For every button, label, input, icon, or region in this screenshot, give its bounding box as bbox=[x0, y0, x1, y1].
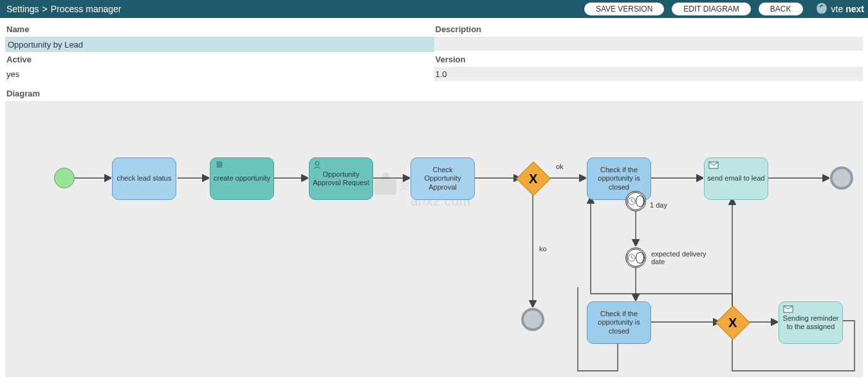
desc-value bbox=[434, 37, 863, 51]
task-check-lead[interactable]: check lead status bbox=[112, 157, 176, 200]
version-label: Version bbox=[434, 52, 863, 67]
form-area: Name Description Active yes Version 1.0 bbox=[0, 18, 868, 85]
task-label: Opportunity Approval Request bbox=[312, 170, 370, 187]
brand-icon bbox=[815, 2, 829, 16]
brand-text-b: next bbox=[845, 4, 864, 14]
script-icon bbox=[214, 161, 225, 170]
mail-icon bbox=[708, 161, 719, 170]
task-label: Check if the opportunity is closed bbox=[590, 166, 648, 192]
task-label: create opportunity bbox=[214, 174, 270, 183]
end-event-main[interactable] bbox=[830, 166, 853, 190]
diagram-section-label: Diagram bbox=[0, 85, 868, 101]
breadcrumb: Settings > Process manager bbox=[6, 4, 122, 14]
task-label: Sending reminder to the assigned bbox=[782, 314, 840, 331]
mail-icon bbox=[783, 305, 793, 314]
version-value: 1.0 bbox=[434, 67, 863, 81]
active-label: Active bbox=[5, 52, 434, 67]
x-icon: X bbox=[529, 171, 537, 186]
task-check-approval[interactable]: Check Opportunity Approval bbox=[411, 157, 475, 200]
user-icon bbox=[313, 161, 324, 170]
topbar-buttons: SAVE VERSION EDIT DIAGRAM BACK vtenext bbox=[584, 2, 864, 16]
task-sending-reminder[interactable]: Sending reminder to the assigned bbox=[779, 301, 843, 344]
task-label: send email to lead bbox=[707, 174, 764, 183]
task-label: Check if the opportunity is closed bbox=[590, 310, 648, 336]
clock-icon bbox=[627, 195, 636, 208]
start-event[interactable] bbox=[54, 168, 75, 188]
svg-point-14 bbox=[315, 161, 319, 165]
diagram-canvas[interactable]: 安下载 anxz.com check lead status create op… bbox=[5, 101, 863, 377]
brand-text-a: vte bbox=[831, 4, 844, 14]
name-label: Name bbox=[5, 22, 434, 37]
clock-icon bbox=[627, 251, 636, 264]
flow-label-ko: ko bbox=[539, 245, 547, 253]
topbar: Settings > Process manager SAVE VERSION … bbox=[0, 0, 868, 18]
timer-label-expected: expected delivery date bbox=[651, 250, 709, 265]
desc-label: Description bbox=[434, 22, 863, 37]
back-button[interactable]: BACK bbox=[759, 3, 803, 15]
task-label: Check Opportunity Approval bbox=[414, 166, 472, 192]
save-version-button[interactable]: SAVE VERSION bbox=[584, 3, 664, 15]
brand-logo: vtenext bbox=[815, 2, 864, 16]
edit-diagram-button[interactable]: EDIT DIAGRAM bbox=[672, 3, 750, 15]
task-approval-req[interactable]: Opportunity Approval Request bbox=[309, 157, 373, 200]
flow-label-ok: ok bbox=[556, 163, 564, 170]
task-create-opp[interactable]: create opportunity bbox=[210, 157, 274, 200]
timer-intermediate[interactable] bbox=[625, 247, 646, 268]
end-event-ko[interactable] bbox=[521, 308, 544, 331]
active-value: yes bbox=[5, 67, 434, 81]
breadcrumb-sep: > bbox=[42, 4, 48, 14]
task-check-closed-bot[interactable]: Check if the opportunity is closed bbox=[587, 301, 651, 344]
x-icon: X bbox=[728, 315, 737, 330]
task-send-email[interactable]: send email to lead bbox=[704, 157, 768, 200]
timer-boundary-1day[interactable] bbox=[625, 191, 646, 211]
timer-label-1day: 1 day bbox=[650, 201, 667, 209]
breadcrumb-settings[interactable]: Settings bbox=[6, 4, 39, 14]
name-input[interactable] bbox=[5, 37, 434, 52]
task-label: check lead status bbox=[117, 174, 172, 183]
breadcrumb-process[interactable]: Process manager bbox=[51, 4, 122, 14]
